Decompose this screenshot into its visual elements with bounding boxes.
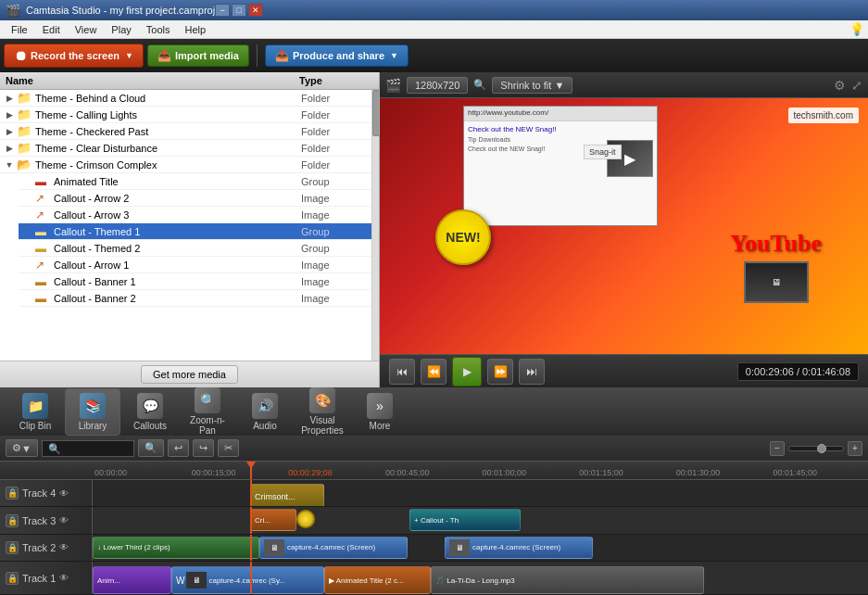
tab-more[interactable]: » More bbox=[352, 389, 408, 435]
skip-to-start-btn[interactable]: ⏮ bbox=[389, 359, 415, 385]
tab-library[interactable]: 📚 Library bbox=[65, 388, 120, 436]
tab-audio[interactable]: 🔊 Audio bbox=[237, 389, 293, 435]
list-item[interactable]: ▬ Callout - Themed 2 Group bbox=[19, 240, 379, 257]
track-1-lock-btn[interactable]: 🔒 bbox=[6, 572, 19, 585]
library-scrollbar[interactable] bbox=[371, 90, 379, 361]
split-btn[interactable]: ✂ bbox=[218, 439, 239, 457]
track-3-content[interactable]: Cri... + Callout - Th bbox=[93, 507, 868, 533]
list-item[interactable]: ▶ 📁 Theme - Behind a Cloud Folder bbox=[0, 90, 379, 107]
tab-callouts[interactable]: 💬 Callouts bbox=[122, 389, 178, 435]
track-1-clip-3[interactable]: ▶ Animated Title (2 c... bbox=[324, 566, 431, 594]
clip-bin-icon: 📁 bbox=[22, 393, 48, 419]
skip-to-end-btn[interactable]: ⏭ bbox=[519, 359, 545, 385]
import-btn[interactable]: 📥 Import media bbox=[147, 44, 249, 67]
track-4-clip-1[interactable]: Crimsont... bbox=[250, 484, 324, 506]
folder-icon: 📂 bbox=[17, 158, 31, 171]
track-2-clip-1[interactable]: ↓ Lower Third (2 clips) bbox=[93, 537, 259, 559]
item-type: Folder bbox=[301, 109, 375, 120]
clip-thumbnail: 🖥 bbox=[449, 539, 470, 556]
expand-icon bbox=[22, 293, 33, 304]
menu-edit[interactable]: Edit bbox=[35, 22, 68, 37]
get-more-button[interactable]: Get more media bbox=[141, 365, 238, 384]
clip-label: Crimsont... bbox=[255, 492, 296, 501]
track-2-lock-btn[interactable]: 🔒 bbox=[6, 541, 19, 554]
audio-label: Audio bbox=[253, 421, 277, 431]
produce-dropdown-arrow[interactable]: ▼ bbox=[390, 51, 398, 60]
rewind-btn[interactable]: ⏪ bbox=[421, 359, 447, 385]
list-item[interactable]: ↗ Callout - Arrow 1 Image bbox=[19, 257, 379, 273]
list-item-selected[interactable]: ▬ Callout - Themed 1 Group bbox=[19, 223, 379, 240]
track-3-visibility-btn[interactable]: 👁 bbox=[59, 515, 69, 525]
track-4-content[interactable]: Crimsont... bbox=[93, 480, 868, 506]
list-item[interactable]: ▬ Callout - Banner 1 Image bbox=[19, 273, 379, 290]
zoom-out-btn[interactable]: − bbox=[770, 441, 785, 456]
menu-file[interactable]: File bbox=[4, 22, 35, 37]
list-item[interactable]: ▶ 📁 Theme - Calling Lights Folder bbox=[0, 107, 379, 123]
maximize-btn[interactable]: □ bbox=[232, 4, 246, 17]
produce-btn[interactable]: 📤 Produce and share ▼ bbox=[265, 44, 409, 67]
track-2-content[interactable]: ↓ Lower Third (2 clips) 🖥 capture-4.camr… bbox=[93, 535, 868, 561]
timeline-search[interactable] bbox=[42, 440, 134, 457]
track-1-clip-2[interactable]: W 🖥 capture-4.camrec (Sy... bbox=[171, 566, 324, 594]
zoom-area: − + bbox=[770, 441, 862, 456]
menu-help[interactable]: Help bbox=[177, 22, 213, 37]
item-icon: ▬ bbox=[35, 292, 50, 305]
redo-btn[interactable]: ↪ bbox=[193, 439, 214, 457]
track-2-clip-3[interactable]: 🖥 capture-4.camrec (Screen) bbox=[445, 537, 593, 559]
zoom-btn[interactable]: Shrink to fit ▼ bbox=[492, 77, 572, 94]
zoom-slider-thumb[interactable] bbox=[817, 444, 826, 453]
list-item[interactable]: ▬ Callout - Banner 2 Image bbox=[19, 290, 379, 307]
record-dropdown-arrow[interactable]: ▼ bbox=[125, 51, 133, 60]
resolution-btn[interactable]: 1280x720 bbox=[407, 77, 468, 94]
expand-icon[interactable]: ▶ bbox=[4, 109, 15, 120]
menu-tools[interactable]: Tools bbox=[139, 22, 178, 37]
track-1-clip-4[interactable]: 🎵 La-Ti-Da - Long.mp3 bbox=[431, 566, 704, 594]
expand-icon[interactable]: ▶ bbox=[4, 93, 15, 104]
track-3-callout-bubble bbox=[296, 510, 315, 528]
tab-zoom-pan[interactable]: 🔍 Zoom-n-Pan bbox=[180, 384, 235, 439]
item-type: Folder bbox=[301, 143, 375, 154]
timeline-settings-btn[interactable]: ⚙ ▼ bbox=[6, 439, 38, 457]
list-item[interactable]: ↗ Callout - Arrow 3 Image bbox=[19, 207, 379, 223]
track-2-clip-2[interactable]: 🖥 capture-4.camrec (Screen) bbox=[259, 537, 408, 559]
record-btn-label: Record the screen bbox=[31, 50, 120, 61]
expand-icon bbox=[22, 209, 33, 221]
expand-icon[interactable]: ▶ bbox=[4, 143, 15, 154]
zoom-plus-btn[interactable]: + bbox=[848, 441, 862, 456]
track-1-content[interactable]: Anim... W 🖥 capture-4.camrec (Sy... ▶ An… bbox=[93, 562, 868, 594]
get-more-bar: Get more media bbox=[0, 361, 379, 387]
play-btn[interactable]: ▶ bbox=[452, 357, 482, 386]
main-area: Name Type ▶ 📁 Theme - Behind a Cloud Fol… bbox=[0, 72, 868, 387]
track-1-clip-1[interactable]: Anim... bbox=[93, 566, 171, 594]
list-item[interactable]: ▶ 📁 Theme - Clear Disturbance Folder bbox=[0, 140, 379, 157]
youtube-text: YouTube bbox=[730, 230, 822, 258]
track-4-lock-btn[interactable]: 🔒 bbox=[6, 487, 19, 500]
track-1-visibility-btn[interactable]: 👁 bbox=[59, 573, 69, 583]
track-3-lock-btn[interactable]: 🔒 bbox=[6, 514, 19, 527]
expand-icon[interactable]: ▼ bbox=[4, 159, 15, 171]
record-btn[interactable]: ⏺ Record the screen ▼ bbox=[4, 44, 144, 68]
tab-clip-bin[interactable]: 📁 Clip Bin bbox=[7, 389, 63, 435]
timeline-zoom-in-btn[interactable]: 🔍 bbox=[138, 439, 164, 457]
track-3-clip-2[interactable]: + Callout - Th bbox=[409, 509, 521, 531]
expand-icon[interactable]: ▶ bbox=[4, 126, 15, 137]
menu-play[interactable]: Play bbox=[104, 22, 138, 37]
scrollbar-thumb[interactable] bbox=[372, 90, 379, 136]
track-2-row: 🔒 Track 2 👁 ↓ Lower Third (2 clips) 🖥 ca… bbox=[0, 535, 868, 562]
list-item[interactable]: ▼ 📂 Theme - Crimson Complex Folder bbox=[0, 157, 379, 173]
close-btn[interactable]: ✕ bbox=[248, 4, 263, 17]
import-btn-label: Import media bbox=[175, 50, 239, 61]
undo-btn[interactable]: ↩ bbox=[168, 439, 189, 457]
tab-visual-props[interactable]: 🎨 Visual Properties bbox=[295, 384, 350, 439]
track-3-clip-1[interactable]: Cri... bbox=[250, 509, 296, 531]
track-2-visibility-btn[interactable]: 👁 bbox=[59, 542, 69, 552]
zoom-slider[interactable] bbox=[788, 446, 844, 451]
minimize-btn[interactable]: − bbox=[215, 4, 230, 17]
list-item[interactable]: ▬ Animated Title Group bbox=[19, 173, 379, 190]
fast-forward-btn[interactable]: ⏩ bbox=[487, 359, 513, 385]
list-item[interactable]: ↗ Callout - Arrow 2 Image bbox=[19, 190, 379, 207]
track-4-visibility-btn[interactable]: 👁 bbox=[59, 488, 69, 499]
file-list[interactable]: ▶ 📁 Theme - Behind a Cloud Folder ▶ 📁 Th… bbox=[0, 90, 379, 361]
list-item[interactable]: ▶ 📁 Theme - Checkered Past Folder bbox=[0, 123, 379, 140]
menu-view[interactable]: View bbox=[68, 22, 105, 37]
